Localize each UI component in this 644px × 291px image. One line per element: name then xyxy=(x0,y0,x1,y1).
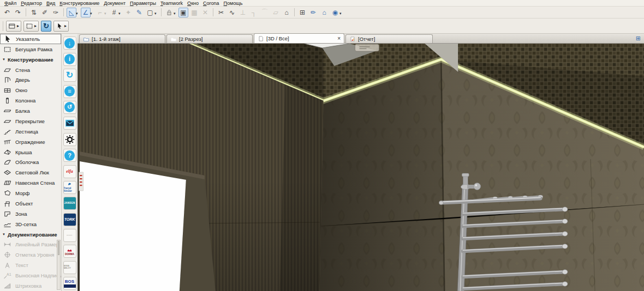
split-icon[interactable]: ✂ xyxy=(216,8,226,17)
tork-logo[interactable]: TORK xyxy=(63,213,76,226)
arrow-tool-button[interactable]: ▸ xyxy=(53,21,69,32)
gravity-icon[interactable]: ✦ xyxy=(123,8,133,17)
tab-close-icon[interactable]: × xyxy=(330,35,341,41)
toolbox-item-object[interactable]: Объект xyxy=(0,198,61,209)
toolbox-item-level-mark[interactable]: Отметка Уровня xyxy=(0,250,61,260)
toolbox-item-pointer[interactable]: Указатель xyxy=(0,34,61,44)
guide-lines-icon-dropdown[interactable]: ▾ xyxy=(76,11,80,16)
dorma-logo[interactable]: DORMA xyxy=(63,245,76,258)
toolbox-item-column[interactable]: Колонна xyxy=(0,95,61,106)
marquee-options-button[interactable]: ▸ xyxy=(23,21,39,32)
toolbox-item-mesh[interactable]: 3D-сетка xyxy=(0,219,61,229)
toolbox-item-railing[interactable]: Ограждение xyxy=(0,137,61,147)
toolbox-item-text[interactable]: Текст xyxy=(0,260,61,270)
menu-1[interactable]: Редактор xyxy=(19,1,44,6)
popup-navigator-button[interactable]: ⊞ xyxy=(636,35,641,42)
menu-0[interactable]: Файл xyxy=(2,1,19,6)
toolbox-scrollbar[interactable] xyxy=(57,240,61,290)
render-brush-icon[interactable]: ✏ xyxy=(308,8,318,17)
grid-snap-icon[interactable]: # xyxy=(109,8,119,17)
adjust-icon[interactable]: ∿ xyxy=(227,8,237,17)
intersect-icon[interactable]: ┐ xyxy=(249,8,259,17)
pen-icon[interactable]: ✎ xyxy=(134,8,144,17)
menu-4[interactable]: Документ xyxy=(102,1,128,6)
new-document-icon[interactable]: ▢ xyxy=(145,8,155,17)
toolbox-item-roof[interactable]: Крыша xyxy=(0,147,61,157)
pickup-parameters-icon[interactable]: ✐ xyxy=(40,8,50,17)
toolbox-item-curtain-wall[interactable]: Навесная Стена xyxy=(0,178,61,188)
traryd-fonster-logo[interactable]: Traryd fönster xyxy=(63,181,76,194)
3d-home-icon[interactable]: ⌂ xyxy=(319,8,329,17)
ungroup-icon[interactable]: ▦ xyxy=(189,8,199,17)
assa-abloy-logo[interactable]: ASSA ABLOY xyxy=(63,261,76,274)
bos-logo[interactable]: BOS xyxy=(63,277,76,290)
snap-guides-icon-dropdown[interactable]: ▾ xyxy=(90,11,94,16)
info-icon[interactable]: i xyxy=(63,53,76,66)
collapse-triangle-icon[interactable]: ▼ xyxy=(2,233,5,236)
home-story-icon[interactable]: ⌂ xyxy=(282,8,291,17)
toolbox-item-beam[interactable]: Балка xyxy=(0,106,61,116)
menu-2[interactable]: Вид xyxy=(44,1,57,6)
tab-3dвсе[interactable]: [3D / Все]× xyxy=(254,33,344,43)
snap-guides-icon[interactable]: ∠ xyxy=(81,8,91,17)
menu-3[interactable]: Конструирование xyxy=(57,1,102,6)
cloud-contents-icon[interactable]: ≡ xyxy=(63,85,76,98)
toolbox-item-shell[interactable]: Оболочка xyxy=(0,157,61,168)
toolbox-item-marquee[interactable]: Бегущая Рамка xyxy=(0,44,61,54)
toolbox-item-morph[interactable]: Морф xyxy=(0,188,61,198)
toolbox-item-stair[interactable]: Лестница xyxy=(0,126,61,137)
guide-lines-icon[interactable]: ◺ xyxy=(67,8,76,17)
autogroup-icon[interactable]: ✕ xyxy=(200,8,210,17)
mail-icon[interactable] xyxy=(63,117,76,130)
sync-icon[interactable]: ↻ xyxy=(63,69,76,82)
menu-7[interactable]: Окно xyxy=(185,1,201,6)
viewport-3d[interactable] xyxy=(77,44,644,291)
jansen-logo[interactable]: JANSEN xyxy=(63,197,76,210)
gray-brand-logo[interactable]: ▪▪▪▪▪ xyxy=(63,229,76,242)
floorplan-options-button-dropdown[interactable]: ▸ xyxy=(17,23,19,28)
cloud-history-icon[interactable]: ↺ xyxy=(63,101,76,114)
lock-icon-dropdown[interactable]: ▾ xyxy=(174,11,177,16)
toolbox-item-dimension[interactable]: Линейный Размер xyxy=(0,240,61,250)
settings-gear-icon[interactable] xyxy=(63,133,76,146)
toolbox-item-skylight[interactable]: Световой Люк xyxy=(0,167,61,178)
menu-5[interactable]: Параметры xyxy=(128,1,158,6)
floorplan-options-button[interactable]: ▸ xyxy=(6,21,21,32)
help-icon[interactable]: ? xyxy=(63,149,76,162)
collapse-triangle-icon[interactable]: ▼ xyxy=(2,58,5,61)
toolbox-section-2[interactable]: ▼Конструирование xyxy=(0,54,61,65)
menu-6[interactable]: Teamwork xyxy=(158,1,185,6)
snap-points-icon-dropdown[interactable]: ▾ xyxy=(104,11,108,16)
toolbox-item-label[interactable]: A1Выносная Надпись xyxy=(0,270,61,281)
grid-snap-icon-dropdown[interactable]: ▾ xyxy=(118,11,122,16)
menu-8[interactable]: Corona xyxy=(201,1,222,6)
orbit-button[interactable]: ↻ xyxy=(41,21,51,32)
trim-icon[interactable]: ⊥ xyxy=(238,8,248,17)
tab-11-йэтаж[interactable]: [1. 1-й этаж] xyxy=(79,34,165,43)
marquee-options-button-dropdown[interactable]: ▸ xyxy=(34,23,37,28)
tab-отчет[interactable]: [Отчет] xyxy=(345,34,433,43)
photorender-icon-dropdown[interactable]: ▾ xyxy=(339,11,343,16)
undo-icon[interactable]: ↶ xyxy=(2,8,12,17)
inject-parameters-icon[interactable]: ✑ xyxy=(51,8,61,17)
resize-icon[interactable]: ▱ xyxy=(271,8,281,17)
redo-icon[interactable]: ↷ xyxy=(13,8,23,17)
toolbox-item-slab[interactable]: Перекрытие xyxy=(0,116,61,126)
tab-2разрез[interactable]: [2 Разрез] xyxy=(166,34,253,43)
elfa-logo[interactable]: elfa xyxy=(63,165,76,178)
toolbox-item-wall[interactable]: Стена xyxy=(0,65,61,75)
new-document-icon-dropdown[interactable]: ▾ xyxy=(154,11,158,16)
toolbox-item-window[interactable]: Окно xyxy=(0,85,61,95)
photorender-icon[interactable]: ◉ xyxy=(330,8,340,17)
arrow-tool-button-dropdown[interactable]: ▸ xyxy=(64,23,67,28)
group-icon[interactable]: ▣ xyxy=(178,8,188,17)
menu-9[interactable]: Помощь xyxy=(222,1,245,6)
transfer-settings-icon[interactable]: ⇅ xyxy=(29,8,39,17)
toolbox-item-zone[interactable]: Зона xyxy=(0,209,61,219)
cloud-download-icon[interactable]: ↓ xyxy=(63,37,76,50)
toolbox-item-hatch[interactable]: Штриховка xyxy=(0,281,61,291)
toolbox-section-19[interactable]: ▼Документирование xyxy=(0,229,61,240)
lock-icon[interactable] xyxy=(164,8,174,17)
toolbox-item-door[interactable]: Дверь xyxy=(0,75,61,86)
fillet-icon[interactable]: ⌒ xyxy=(260,8,270,17)
